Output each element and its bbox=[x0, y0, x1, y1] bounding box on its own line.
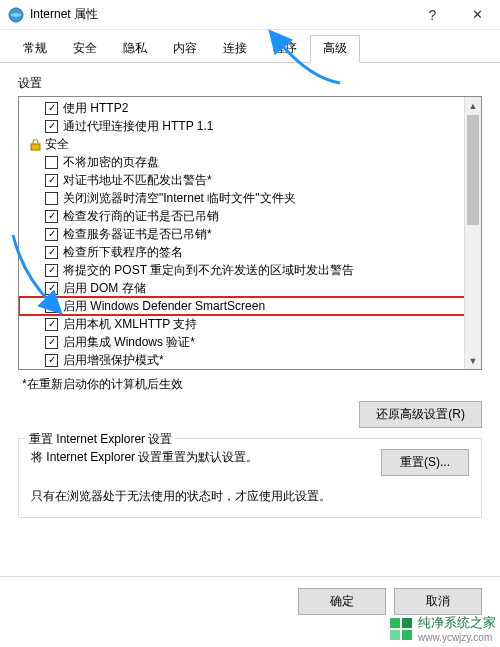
list-item-label: 检查发行商的证书是否已吊销 bbox=[63, 207, 219, 225]
checkbox[interactable] bbox=[45, 228, 58, 241]
checkbox[interactable] bbox=[45, 156, 58, 169]
tab-content[interactable]: 内容 bbox=[160, 35, 210, 63]
scroll-thumb[interactable] bbox=[467, 115, 479, 225]
list-item[interactable]: 关闭浏览器时清空"Internet 临时文件"文件夹 bbox=[19, 189, 481, 207]
lock-icon bbox=[29, 138, 42, 151]
window-title: Internet 属性 bbox=[30, 6, 410, 23]
list-item-label: 对证书地址不匹配发出警告* bbox=[63, 171, 212, 189]
tab-privacy[interactable]: 隐私 bbox=[110, 35, 160, 63]
list-item[interactable]: 将提交的 POST 重定向到不允许发送的区域时发出警告 bbox=[19, 261, 481, 279]
ok-button[interactable]: 确定 bbox=[298, 588, 386, 615]
checkbox[interactable] bbox=[45, 120, 58, 133]
list-item[interactable]: 启用 DOM 存储 bbox=[19, 279, 481, 297]
restart-note: *在重新启动你的计算机后生效 bbox=[22, 376, 482, 393]
titlebar: Internet 属性 ? ✕ bbox=[0, 0, 500, 30]
list-item-label: 启用 DOM 存储 bbox=[63, 279, 146, 297]
tab-connections[interactable]: 连接 bbox=[210, 35, 260, 63]
reset-note: 只有在浏览器处于无法使用的状态时，才应使用此设置。 bbox=[31, 488, 469, 505]
list-item[interactable]: 启用 Windows Defender SmartScreen bbox=[19, 297, 481, 315]
reset-text: 将 Internet Explorer 设置重置为默认设置。 bbox=[31, 449, 371, 466]
tab-general[interactable]: 常规 bbox=[10, 35, 60, 63]
checkbox[interactable] bbox=[45, 246, 58, 259]
list-item[interactable]: 启用增强保护模式* bbox=[19, 351, 481, 369]
watermark-url: www.ycwjzy.com bbox=[418, 632, 496, 643]
list-item-label: 检查服务器证书是否已吊销* bbox=[63, 225, 212, 243]
list-item-label: 通过代理连接使用 HTTP 1.1 bbox=[63, 117, 213, 135]
checkbox[interactable] bbox=[45, 210, 58, 223]
list-item-label: 安全 bbox=[45, 135, 69, 153]
reset-button[interactable]: 重置(S)... bbox=[381, 449, 469, 476]
watermark: 纯净系统之家 www.ycwjzy.com bbox=[390, 614, 496, 643]
list-item[interactable]: 启用集成 Windows 验证* bbox=[19, 333, 481, 351]
watermark-name: 纯净系统之家 bbox=[418, 614, 496, 632]
list-item-label: 启用增强保护模式* bbox=[63, 351, 164, 369]
checkbox[interactable] bbox=[45, 300, 58, 313]
settings-listbox[interactable]: 使用 HTTP2通过代理连接使用 HTTP 1.1安全不将加密的页存盘对证书地址… bbox=[18, 96, 482, 370]
list-category: 安全 bbox=[19, 135, 481, 153]
list-item-label: 使用 HTTP2 bbox=[63, 99, 128, 117]
list-item[interactable]: 使用 HTTP2 bbox=[19, 99, 481, 117]
svg-rect-1 bbox=[31, 144, 40, 150]
close-button[interactable]: ✕ bbox=[455, 0, 500, 30]
reset-fieldset: 重置 Internet Explorer 设置 将 Internet Explo… bbox=[18, 438, 482, 518]
list-item[interactable]: 检查所下载程序的签名 bbox=[19, 243, 481, 261]
tabs: 常规 安全 隐私 内容 连接 程序 高级 bbox=[0, 30, 500, 63]
tab-advanced[interactable]: 高级 bbox=[310, 35, 360, 63]
list-item-label: 启用集成 Windows 验证* bbox=[63, 333, 195, 351]
cancel-button[interactable]: 取消 bbox=[394, 588, 482, 615]
checkbox[interactable] bbox=[45, 354, 58, 367]
list-item-label: 启用本机 XMLHTTP 支持 bbox=[63, 315, 197, 333]
list-item[interactable]: 通过代理连接使用 HTTP 1.1 bbox=[19, 117, 481, 135]
checkbox[interactable] bbox=[45, 192, 58, 205]
internet-options-icon bbox=[8, 7, 24, 23]
reset-fieldset-label: 重置 Internet Explorer 设置 bbox=[25, 431, 176, 448]
list-item-label: 关闭浏览器时清空"Internet 临时文件"文件夹 bbox=[63, 189, 296, 207]
list-item-label: 将提交的 POST 重定向到不允许发送的区域时发出警告 bbox=[63, 261, 354, 279]
list-item[interactable]: 检查发行商的证书是否已吊销 bbox=[19, 207, 481, 225]
list-item-label: 启用 Windows Defender SmartScreen bbox=[63, 297, 265, 315]
settings-label: 设置 bbox=[18, 75, 482, 92]
scroll-up-button[interactable]: ▲ bbox=[465, 97, 481, 114]
checkbox[interactable] bbox=[45, 102, 58, 115]
list-item-label: 检查所下载程序的签名 bbox=[63, 243, 183, 261]
list-item[interactable]: 不将加密的页存盘 bbox=[19, 153, 481, 171]
checkbox[interactable] bbox=[45, 318, 58, 331]
watermark-logo-icon bbox=[390, 618, 412, 640]
scrollbar[interactable]: ▲ ▼ bbox=[464, 97, 481, 369]
list-item-label: 不将加密的页存盘 bbox=[63, 153, 159, 171]
checkbox[interactable] bbox=[45, 336, 58, 349]
checkbox[interactable] bbox=[45, 174, 58, 187]
checkbox[interactable] bbox=[45, 264, 58, 277]
list-item[interactable]: 对证书地址不匹配发出警告* bbox=[19, 171, 481, 189]
divider bbox=[0, 576, 500, 577]
tab-security[interactable]: 安全 bbox=[60, 35, 110, 63]
scroll-down-button[interactable]: ▼ bbox=[465, 352, 481, 369]
list-item[interactable]: 检查服务器证书是否已吊销* bbox=[19, 225, 481, 243]
help-button[interactable]: ? bbox=[410, 0, 455, 30]
restore-advanced-button[interactable]: 还原高级设置(R) bbox=[359, 401, 482, 428]
checkbox[interactable] bbox=[45, 282, 58, 295]
list-item[interactable]: 启用本机 XMLHTTP 支持 bbox=[19, 315, 481, 333]
tab-programs[interactable]: 程序 bbox=[260, 35, 310, 63]
